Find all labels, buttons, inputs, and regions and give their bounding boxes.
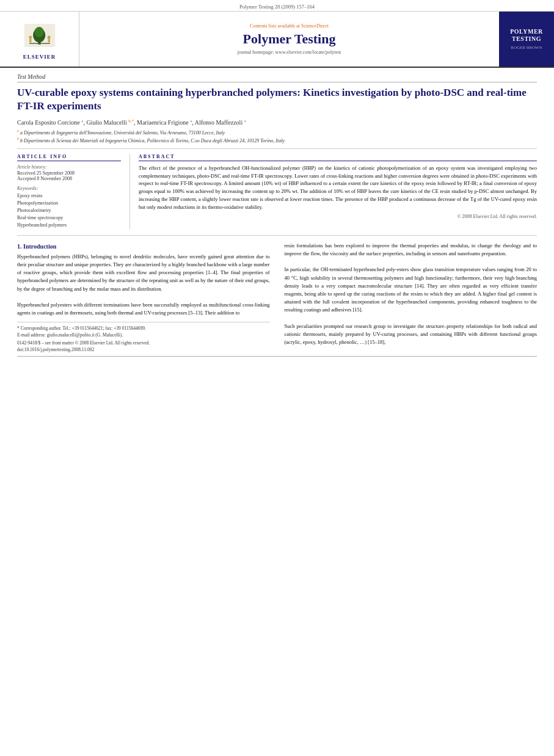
footnote-email-text: E-mail address: giulio.malucelli@polito.…	[17, 332, 270, 338]
affiliation-a: a a Dipartimento di Ingegneria dell'Inno…	[17, 128, 537, 137]
footnote-star: * Corresponding author. Tel.: +39 011564…	[17, 325, 146, 331]
footer-doi: doi:10.1016/j.polymertesting.2008.11.002	[17, 347, 270, 352]
abstract-header: ABSTRACT	[139, 154, 537, 161]
article-info-col: ARTICLE INFO Article history: Received 2…	[17, 154, 130, 229]
abstract-col: ABSTRACT The effect of the presence of a…	[130, 154, 537, 229]
sciencedirect-text: Contents lists available at ScienceDirec…	[250, 23, 329, 29]
two-col-info-abstract: ARTICLE INFO Article history: Received 2…	[17, 154, 537, 229]
affiliations: a a Dipartimento di Ingegneria dell'Inno…	[17, 128, 537, 149]
polymer-testing-badge: POLYMER TESTING ROGER BROWN	[499, 12, 554, 67]
keyword-epoxy: Epoxy resins	[17, 192, 121, 200]
received-value: Received 25 September 2008	[17, 170, 121, 176]
accepted-value: Accepted 8 November 2008	[17, 176, 121, 181]
article-info-header: ARTICLE INFO	[17, 154, 121, 161]
copyright-line: © 2008 Elsevier Ltd. All rights reserved…	[139, 214, 537, 219]
body-left-col: 1. Introduction Hyperbranched polymers (…	[17, 242, 277, 352]
page-wrapper: Polymer Testing 28 (2009) 157–164	[0, 0, 554, 756]
article-main-title: UV-curable epoxy systems containing hype…	[17, 86, 537, 113]
abstract-text: The effect of the presence of a hyperbra…	[139, 164, 537, 211]
elsevier-logo-box	[12, 19, 67, 53]
journal-title-area: Contents lists available at ScienceDirec…	[79, 12, 499, 67]
article-type: Test Method	[17, 74, 537, 82]
footnote-star-text: * Corresponding author. Tel.: +39 011564…	[17, 325, 270, 332]
journal-homepage: journal homepage: www.elsevier.com/locat…	[238, 49, 341, 55]
svg-point-3	[34, 27, 43, 37]
elsevier-label: ELSEVIER	[23, 54, 56, 60]
bottom-border-line	[17, 356, 537, 357]
elsevier-logo-area: ELSEVIER	[0, 12, 79, 67]
svg-point-5	[29, 35, 32, 38]
journal-meta-top: Polymer Testing 28 (2009) 157–164	[0, 0, 554, 12]
body-text-right: resin formulations has been explored to …	[285, 242, 538, 346]
journal-main-title: Polymer Testing	[243, 31, 336, 47]
authors: Carola Esposito Corcione a, Giulio Maluc…	[17, 118, 537, 125]
authors-text: Carola Esposito Corcione a, Giulio Maluc…	[17, 119, 246, 126]
body-right-col: resin formulations has been explored to …	[277, 242, 538, 352]
badge-subtitle: ROGER BROWN	[511, 45, 542, 50]
section1-title: 1. Introduction	[17, 243, 270, 250]
keyword-rt-spec: Real-time spectroscopy	[17, 214, 121, 222]
article-section: Test Method UV-curable epoxy systems con…	[0, 68, 554, 229]
footnote-section: * Corresponding author. Tel.: +39 011564…	[17, 322, 270, 352]
badge-title: POLYMER TESTING	[501, 28, 552, 43]
badge-title-text: POLYMER TESTING	[510, 28, 543, 42]
journal-meta-text: Polymer Testing 28 (2009) 157–164	[239, 4, 315, 10]
affiliation-b: b b Dipartimento di Scienza dei Material…	[17, 136, 537, 145]
header-section: ELSEVIER Contents lists available at Sci…	[0, 12, 554, 68]
footnote-email: E-mail address: giulio.malucelli@polito.…	[17, 332, 123, 338]
body-two-col: 1. Introduction Hyperbranched polymers (…	[0, 242, 554, 352]
svg-rect-8	[48, 38, 49, 42]
elsevier-tree-icon	[21, 24, 58, 47]
article-history-label: Article history:	[17, 164, 121, 170]
svg-point-7	[47, 35, 50, 38]
sciencedirect-link: Contents lists available at ScienceDirec…	[250, 23, 329, 29]
svg-rect-6	[29, 38, 31, 42]
section-divider	[17, 235, 537, 236]
keywords-label: Keywords:	[17, 186, 121, 191]
keyword-hyper: Hyperbranched polymers	[17, 222, 121, 229]
footer-issn: 0142-9418/$ – see front matter © 2008 El…	[17, 340, 270, 346]
keyword-photocal: Photocalorimetry	[17, 207, 121, 214]
body-text-left: Hyperbranched polymers (HBPs), belonging…	[17, 253, 270, 317]
keyword-photo: Photopolymerization	[17, 200, 121, 207]
keywords-section: Keywords: Epoxy resins Photopolymerizati…	[17, 186, 121, 229]
